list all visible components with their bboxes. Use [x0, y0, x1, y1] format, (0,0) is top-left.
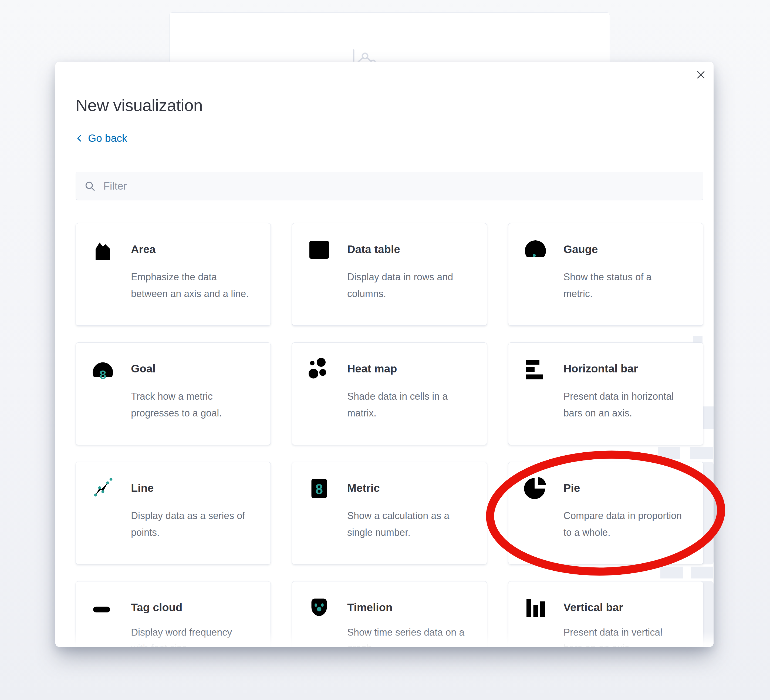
viz-card-heat-map[interactable]: Heat map Shade data in cells in a matrix…: [292, 342, 487, 445]
heat-map-icon: [306, 356, 332, 382]
tag-cloud-icon: [90, 595, 116, 621]
go-back-link[interactable]: Go back: [76, 132, 127, 144]
viz-card-goal[interactable]: 8 Goal Track how a metric progresses to …: [76, 342, 271, 445]
viz-card-description: Compare data in proportion to a whole.: [563, 507, 682, 541]
go-back-label: Go back: [88, 132, 127, 144]
vertical-bar-icon: [522, 595, 548, 621]
gauge-icon: [522, 237, 548, 263]
new-visualization-modal: New visualization Go back Area Emphasize…: [55, 62, 713, 647]
viz-card-title: Area: [131, 236, 260, 263]
viz-card-data-table[interactable]: Data table Display data in rows and colu…: [292, 223, 487, 326]
goal-icon: 8: [90, 356, 116, 382]
viz-card-title: Metric: [347, 475, 476, 502]
viz-card-metric[interactable]: 8 Metric Show a calculation as a single …: [292, 462, 487, 564]
viz-card-tag-cloud[interactable]: Tag cloud Display word frequency with fo…: [76, 581, 271, 647]
viz-card-title: Timelion: [347, 594, 476, 621]
viz-card-horizontal-bar[interactable]: Horizontal bar Present data in horizonta…: [508, 342, 703, 445]
viz-card-description: Show time series data on a graph.: [347, 625, 466, 647]
search-icon: [84, 180, 96, 192]
horizontal-bar-icon: [522, 356, 548, 382]
viz-card-description: Track how a metric progresses to a goal.: [131, 388, 250, 421]
viz-card-description: Display word frequency with font size.: [131, 625, 250, 647]
viz-card-title: Goal: [131, 355, 260, 382]
line-chart-icon: [90, 476, 116, 502]
viz-card-description: Present data in horizontal bars on an ax…: [563, 388, 682, 421]
chevron-left-icon: [76, 134, 84, 142]
data-table-icon: [306, 237, 332, 263]
viz-card-timelion[interactable]: Timelion Show time series data on a grap…: [292, 581, 487, 647]
viz-card-title: Heat map: [347, 355, 476, 382]
viz-card-vertical-bar[interactable]: Vertical bar Present data in vertical ba…: [508, 581, 703, 647]
svg-text:8: 8: [99, 368, 106, 382]
viz-grid: Area Emphasize the data between an axis …: [76, 223, 703, 647]
viz-card-description: Show a calculation as a single number.: [347, 507, 466, 541]
close-icon[interactable]: [694, 68, 708, 81]
viz-card-title: Tag cloud: [131, 594, 260, 621]
timelion-icon: [306, 595, 332, 621]
background-page-card: [169, 13, 610, 67]
viz-card-line[interactable]: Line Display data as a series of points.: [76, 462, 271, 564]
metric-icon: 8: [306, 476, 332, 502]
viz-card-title: Gauge: [563, 236, 692, 263]
viz-card-title: Line: [131, 475, 260, 502]
viz-card-description: Display data in rows and columns.: [347, 269, 466, 302]
viz-card-title: Vertical bar: [563, 594, 692, 621]
modal-title: New visualization: [76, 96, 203, 115]
viz-card-description: Display data as a series of points.: [131, 507, 250, 541]
viz-card-title: Pie: [563, 475, 692, 502]
filter-input[interactable]: [103, 180, 695, 192]
viz-card-description: Emphasize the data between an axis and a…: [131, 269, 250, 302]
area-chart-icon: [90, 237, 116, 263]
filter-search-box: [76, 172, 703, 200]
svg-text:8: 8: [315, 481, 323, 497]
viz-card-area[interactable]: Area Emphasize the data between an axis …: [76, 223, 271, 326]
viz-card-description: Show the status of a metric.: [563, 269, 682, 302]
viz-card-gauge[interactable]: Gauge Show the status of a metric.: [508, 223, 703, 326]
viz-card-title: Data table: [347, 236, 476, 263]
viz-card-title: Horizontal bar: [563, 355, 692, 382]
viz-card-description: Shade data in cells in a matrix.: [347, 388, 466, 421]
viz-card-pie[interactable]: Pie Compare data in proportion to a whol…: [508, 462, 703, 564]
viz-card-description: Present data in vertical bars on an axis…: [563, 625, 682, 647]
pie-chart-icon: [522, 476, 548, 502]
